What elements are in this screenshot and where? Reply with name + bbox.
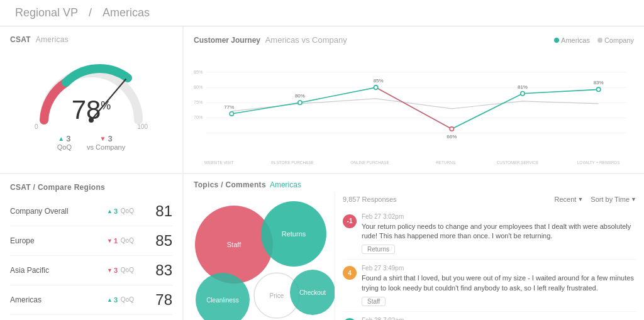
comment-date: Feb 27 3:02pm [362,213,636,220]
comment-date: Feb 28 7:02am [362,317,636,320]
header: Regional VP / Americas [0,0,644,26]
svg-text:LOYALTY + REWARDS: LOYALTY + REWARDS [577,160,620,165]
topics-body: Staff Returns Cleanliness Price Checkout [184,193,644,321]
comment-tag[interactable]: Staff [362,297,386,306]
down-arrow-icon: ▼ [100,135,106,142]
filter-controls: Recent ▼ Sort by Time ▼ [555,196,636,203]
compare-change: ▼ 3 QoQ [107,267,145,274]
svg-point-16 [596,87,600,91]
compare-score: 85 [152,232,172,250]
svg-text:80%: 80% [295,93,305,99]
svg-text:85%: 85% [374,78,384,84]
svg-text:Price: Price [270,292,284,299]
page-title: Regional VP / Americas [11,6,153,19]
compare-row: Middle East ▼ 1 QoQ 64 [10,315,172,321]
svg-text:Checkout: Checkout [299,289,326,296]
svg-text:70%: 70% [194,114,203,120]
breadcrumb-root[interactable]: Regional VP [15,6,78,19]
bubbles-container: Staff Returns Cleanliness Price Checkout [184,193,335,321]
main-content: CSAT Americas [0,26,644,320]
svg-text:Staff: Staff [227,241,242,248]
legend-company: Company [597,36,634,44]
up-arrow-icon: ▲ [58,135,64,142]
breadcrumb-separator: / [89,6,95,19]
legend-americas: Americas [554,36,590,44]
compare-name: Asia Pacific [10,266,107,275]
comments-list: -1 Feb 27 3:02pm Your return policy need… [343,208,636,321]
topics-subtitle: Americas [270,180,301,189]
svg-text:66%: 66% [447,134,457,140]
change-arrow-icon: ▼ [107,238,113,244]
comment-tag[interactable]: Returns [362,245,395,254]
gauge-stat-company: ▼ 3 vs Company [87,134,125,151]
topics-header: Topics / Comments Americas [184,174,644,193]
compare-regions-panel: CSAT / Compare Regions Company Overall ▲… [0,174,182,321]
compare-score: 81 [152,202,172,220]
comment-body: Feb 27 3:02pm Your return policy needs t… [362,213,636,255]
svg-text:Cleanliness: Cleanliness [206,297,239,304]
svg-point-11 [230,112,233,116]
compare-row: Asia Pacific ▼ 3 QoQ 83 [10,256,172,285]
comment-body: Feb 27 3:49pm Found a shirt that I loved… [362,265,636,306]
filter-recent[interactable]: Recent ▼ [555,196,584,203]
journey-chart: 85% 80% 75% 70% [194,50,634,173]
journey-title-group: Customer Journey Americas vs Company [194,35,347,45]
compare-change: ▲ 3 QoQ [107,207,145,215]
comment-body: Feb 28 7:02am Something was great but I … [362,317,636,320]
compare-name: Company Overall [10,207,107,216]
svg-text:83%: 83% [594,80,604,86]
svg-point-12 [298,101,302,104]
gauge-wrap: 78% [35,60,148,123]
svg-text:75%: 75% [194,99,203,105]
svg-text:ONLINE PURCHASE: ONLINE PURCHASE [350,160,389,165]
journey-chart-svg: 85% 80% 75% 70% [194,50,634,173]
compare-row: Company Overall ▲ 3 QoQ 81 [10,197,172,226]
svg-text:CUSTOMER SERVICE: CUSTOMER SERVICE [497,160,539,165]
svg-text:WEBSITE VISIT: WEBSITE VISIT [204,160,234,165]
filter-sort[interactable]: Sort by Time ▼ [591,196,636,203]
change-arrow-icon: ▼ [107,267,113,273]
compare-name: Americas [10,295,107,304]
csat-gauge-panel: CSAT Americas [0,26,182,173]
comment-text: Found a shirt that I loved, but you were… [362,273,636,293]
svg-text:85%: 85% [194,69,203,75]
compare-score: 83 [152,262,172,279]
comments-container: 9,857 Responses Recent ▼ Sort by Time ▼ … [335,193,644,321]
comment-score-badge: -1 [343,214,357,228]
page: Regional VP / Americas CSAT Americas [0,0,644,320]
comments-header: 9,857 Responses Recent ▼ Sort by Time ▼ [343,193,636,208]
journey-header: Customer Journey Americas vs Company Ame… [194,35,634,45]
change-arrow-icon: ▲ [107,297,113,303]
topics-comments-panel: Topics / Comments Americas Staff Returns [184,174,644,321]
compare-score: 78 [152,291,172,309]
svg-text:81%: 81% [518,84,528,90]
journey-legend: Americas Company [554,36,634,44]
gauge-stats: ▲ 3 QoQ ▼ 3 vs Company [57,134,125,151]
svg-text:77%: 77% [224,104,234,110]
comment-date: Feb 27 3:49pm [362,265,636,272]
compare-row: Europe ▼ 1 QoQ 85 [10,226,172,256]
svg-text:Returns: Returns [282,230,306,238]
compare-name: Europe [10,236,107,245]
svg-text:80%: 80% [194,84,203,90]
compare-row: Americas ▲ 3 QoQ 78 [10,285,172,315]
comment-item: -1 Feb 27 3:02pm Your return policy need… [343,208,636,260]
svg-text:IN-STORE PURCHASE: IN-STORE PURCHASE [271,160,314,165]
gauge-container: 78% 0 100 ▲ 3 QoQ [10,48,172,164]
breadcrumb-current[interactable]: Americas [103,6,150,19]
response-count: 9,857 Responses [343,196,397,203]
bubbles-svg: Staff Returns Cleanliness Price Checkout [184,193,335,321]
svg-point-13 [374,86,377,89]
change-arrow-icon: ▲ [107,208,113,214]
customer-journey-panel: Customer Journey Americas vs Company Ame… [184,26,644,173]
compare-list: Company Overall ▲ 3 QoQ 81 Europe ▼ 1 Qo… [10,197,172,321]
compare-title: CSAT / Compare Regions [10,183,172,192]
comment-item: 4 Feb 27 3:49pm Found a shirt that I lov… [343,260,636,312]
svg-text:RETURNS: RETURNS [436,160,455,165]
svg-point-14 [450,127,453,131]
csat-title: CSAT Americas [10,35,172,44]
compare-change: ▼ 1 QoQ [107,237,145,245]
topics-title: Topics / Comments [194,180,266,189]
comment-item: 8 Feb 28 7:02am Something was great but … [343,312,636,320]
comment-score-badge: 4 [343,266,357,280]
